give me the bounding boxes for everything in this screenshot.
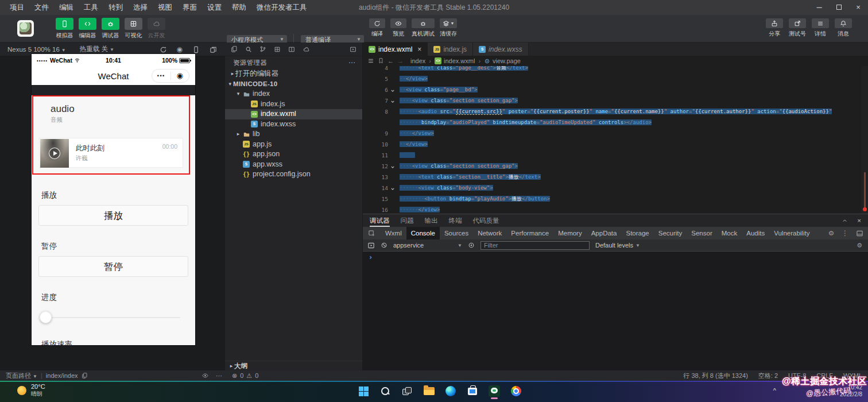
console-output[interactable]: ›: [363, 252, 868, 370]
tree-item-app.wxss[interactable]: Sapp.wxss: [225, 160, 362, 170]
cursor-position[interactable]: 行 38, 列 8 (选中 1324): [683, 372, 748, 380]
page-path-label[interactable]: 页面路径 ▼: [6, 372, 37, 380]
close-miniprogram-button[interactable]: ◉: [171, 69, 189, 82]
restore-button[interactable]: [829, 0, 848, 15]
menu-item-视图[interactable]: 视图: [153, 0, 177, 15]
run-icon[interactable]: [350, 46, 356, 53]
menu-item-界面[interactable]: 界面: [177, 0, 202, 15]
list-icon[interactable]: [367, 57, 374, 64]
devtools-tab-Security[interactable]: Security: [654, 227, 687, 239]
breadcrumb-item-index[interactable]: index: [410, 57, 425, 64]
menu-item-选择[interactable]: 选择: [128, 0, 153, 15]
tray-expand-chevron[interactable]: ^: [773, 387, 776, 394]
panel-tab-调试器[interactable]: 调试器: [370, 214, 390, 227]
clear-console-icon[interactable]: [381, 242, 388, 249]
toolbar-云开发-button[interactable]: 云开发: [146, 18, 167, 40]
devtools-tab-Sensor[interactable]: Sensor: [687, 227, 716, 239]
tab-index.wxml[interactable]: <>index.wxml×: [363, 42, 428, 56]
minimize-button[interactable]: ─: [809, 0, 829, 15]
tab-index.js[interactable]: JSindex.js: [428, 42, 473, 56]
tree-item-index.js[interactable]: JSindex.js: [225, 99, 362, 110]
tree-item-MINICODE-10[interactable]: ▾MINICODE-10: [225, 79, 362, 90]
gear-icon[interactable]: ⚙: [828, 229, 834, 237]
code-editor[interactable]: 4······<text class="page__desc">音频</text…: [363, 66, 868, 214]
panel-tab-终端[interactable]: 终端: [449, 214, 462, 227]
search-icon[interactable]: [245, 46, 252, 53]
console-filter-input[interactable]: [480, 241, 590, 250]
tree-item-index[interactable]: ▾index: [225, 89, 362, 99]
split-editor-icon[interactable]: [288, 46, 295, 53]
slider-进度[interactable]: [40, 311, 187, 324]
edge-button[interactable]: [443, 382, 458, 400]
tree-item-index.wxss[interactable]: Sindex.wxss: [225, 119, 362, 130]
menu-item-微信开发者工具[interactable]: 微信开发者工具: [251, 0, 312, 15]
copy-icon[interactable]: [82, 372, 88, 379]
right-测试号-button[interactable]: 测试号: [789, 18, 806, 38]
panel-tab-输出[interactable]: 输出: [425, 214, 438, 227]
devtools-tab-Mock[interactable]: Mock: [717, 227, 742, 239]
more-icon[interactable]: ⋯: [216, 370, 222, 381]
more-menu-button[interactable]: •••: [152, 73, 170, 79]
action-清缓存-button[interactable]: ▼清缓存: [440, 18, 457, 38]
right-消息-button[interactable]: 消息: [835, 18, 852, 38]
task-view-button[interactable]: [400, 382, 414, 400]
devtools-tab-Memory[interactable]: Memory: [553, 227, 587, 239]
problems-indicator[interactable]: ⊗0 ⚠0: [232, 370, 258, 381]
audio-player[interactable]: 此时此刻 许巍 00:00: [39, 138, 183, 168]
multi-window-icon[interactable]: [210, 46, 217, 53]
back-arrow-icon[interactable]: ←: [388, 57, 394, 64]
menu-item-项目[interactable]: 项目: [5, 0, 29, 15]
devtools-tab-Storage[interactable]: Storage: [621, 227, 653, 239]
menu-item-设置[interactable]: 设置: [202, 0, 227, 15]
action-真机调试-button[interactable]: 真机调试: [412, 18, 435, 38]
toolbar-模拟器-button[interactable]: 模拟器: [54, 18, 75, 40]
grid-icon[interactable]: [274, 46, 281, 53]
devtools-tab-Performance[interactable]: Performance: [506, 227, 553, 239]
close-tab-icon[interactable]: ×: [417, 45, 421, 53]
menu-item-帮助[interactable]: 帮助: [227, 0, 251, 15]
devtools-tab-Network[interactable]: Network: [473, 227, 506, 239]
暂停-button[interactable]: 暂停: [38, 256, 188, 277]
toolbar-调试器-button[interactable]: 调试器: [100, 18, 121, 40]
wechat-devtools-button[interactable]: [487, 382, 502, 400]
device-select[interactable]: Nexus 5 100% 16▼: [7, 46, 66, 53]
collapse-panel-icon[interactable]: [842, 218, 848, 224]
close-panel-icon[interactable]: ×: [857, 217, 861, 224]
breadcrumb-item-view.page[interactable]: view.page: [484, 57, 521, 64]
cloud-icon[interactable]: [303, 46, 310, 53]
live-expression-icon[interactable]: [468, 242, 475, 249]
context-select[interactable]: appservice▼: [393, 242, 462, 249]
project-avatar[interactable]: [17, 20, 34, 37]
action-预览-button[interactable]: 预览: [390, 18, 406, 38]
devtools-tab-Console[interactable]: Console: [406, 227, 440, 239]
outline-section[interactable]: ▸ 大纲: [225, 361, 362, 370]
log-levels-select[interactable]: Default levels▼: [595, 242, 640, 249]
menu-item-工具[interactable]: 工具: [79, 0, 103, 15]
refresh-icon[interactable]: [160, 46, 167, 53]
panel-tab-问题[interactable]: 问题: [401, 214, 414, 227]
taskbar-search-button[interactable]: [378, 382, 393, 400]
devtools-tab-Wxml[interactable]: Wxml: [381, 227, 406, 239]
eye-icon[interactable]: [202, 370, 209, 381]
dock-panel-icon[interactable]: [856, 230, 863, 237]
tree-item-index.wxml[interactable]: <>index.wxml: [225, 109, 362, 119]
start-button[interactable]: [356, 382, 371, 400]
devtools-tab-AppData[interactable]: AppData: [587, 227, 622, 239]
devtools-tab-Vulnerability[interactable]: Vulnerability: [769, 227, 814, 239]
menu-item-编辑[interactable]: 编辑: [54, 0, 79, 15]
tree-item-lib[interactable]: ▸lib: [225, 129, 362, 140]
close-button[interactable]: ×: [848, 0, 868, 15]
more-actions-icon[interactable]: ⋯: [348, 59, 355, 67]
indent-setting[interactable]: 空格: 2: [758, 372, 778, 380]
files-icon[interactable]: [231, 45, 238, 53]
slider-knob[interactable]: [40, 311, 52, 323]
devtools-tab-Sources[interactable]: Sources: [440, 227, 473, 239]
play-icon[interactable]: [49, 148, 60, 159]
sidebar-toggle-icon[interactable]: [367, 242, 375, 249]
store-button[interactable]: [465, 382, 480, 400]
gear-icon[interactable]: ⚙: [857, 242, 862, 249]
record-icon[interactable]: ◉: [177, 45, 183, 53]
panel-tab-代码质量[interactable]: 代码质量: [473, 214, 499, 227]
tree-item-打开的编辑器[interactable]: ▸打开的编辑器: [225, 69, 362, 79]
toolbar-编辑器-button[interactable]: 编辑器: [77, 18, 98, 40]
